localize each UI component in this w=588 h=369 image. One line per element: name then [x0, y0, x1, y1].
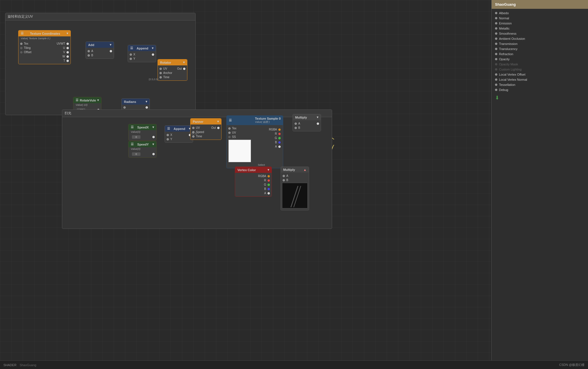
texture-sample-header: ☰ Texture Sample 0 Value( 贴图 ) [227, 116, 283, 125]
vertex-color-header: Vertex Color▾ [235, 167, 272, 173]
prop-ambient-occlusion[interactable]: Ambient Occlusion [492, 36, 588, 41]
top-panel: 旋转和自定义UV ☰ Texture Coordinates ▾ Value( … [5, 13, 196, 115]
prop-local-vertex-normal[interactable]: Local Vertex Normal [492, 77, 588, 82]
rotator-default-label: (0.5,0.5) [149, 78, 158, 81]
bottom-bar: SHADER ShaoGuang CSDN @极度幻楼 [0, 360, 588, 369]
bottom-panel-title: 扫光 [62, 110, 332, 117]
prop-emission[interactable]: Emission [492, 21, 588, 26]
add-header: Add▾ [86, 42, 114, 48]
multiply-top-node[interactable]: Multiply▾ A B [293, 114, 321, 131]
bottom-bar-right: CSDN @极度幻楼 [559, 363, 585, 367]
append-bottom-node[interactable]: ☰Append▾ X Y [165, 125, 193, 143]
multiply-preview [282, 183, 308, 208]
radians-header: Radians▾ [122, 99, 150, 105]
texture-coordinates-header: ☰ Texture Coordinates ▾ [18, 30, 71, 36]
rotator-node[interactable]: Rotator▾ UVOut Anchor Time [158, 59, 187, 81]
texture-sample-node[interactable]: ☰ Texture Sample 0 Value( 贴图 ) Tex UV SS… [226, 115, 283, 168]
texture-preview [228, 140, 251, 162]
prop-albedo[interactable]: Albedo [492, 11, 588, 16]
bottom-bar-shader-name: ShaoGuang [20, 363, 36, 367]
prop-translucency[interactable]: Translucency [492, 46, 588, 51]
prop-custom-lighting[interactable]: Custom Lighting [492, 67, 588, 72]
radians-node[interactable]: Radians▾ [121, 98, 150, 111]
bottom-bar-left: SHADER [3, 363, 16, 367]
speed-x-node[interactable]: ☰SpeedX▾ Value(0) 0 [128, 124, 157, 141]
prop-transmission[interactable]: Transmission [492, 41, 588, 46]
top-panel-title: 旋转和自定义UV [5, 13, 195, 20]
bottom-panel: 扫光 ☰SpeedX▾ Value(0) 0 ☰SpeedY▾ Value(0)… [62, 109, 332, 229]
rotator-header: Rotator▾ [158, 59, 187, 65]
prop-opacity-mask[interactable]: Opacity Mask [492, 62, 588, 67]
multiply-bottom-node[interactable]: Multiply▲ A B [281, 167, 309, 210]
add-node[interactable]: Add▾ A B [86, 42, 114, 59]
panner-node[interactable]: Panner▾ UVOut Speed Time [190, 118, 221, 140]
rotate-vule-header: ☰RotateVule▾ [73, 97, 101, 103]
speed-y-node[interactable]: ☰SpeedY▾ Value(0) 0 [128, 141, 157, 158]
prop-normal[interactable]: Normal [492, 16, 588, 21]
material-properties: Albedo Normal Emission Metallic Smoothne… [492, 9, 588, 105]
multiply-top-header: Multiply▾ [293, 114, 321, 120]
prop-metallic[interactable]: Metallic [492, 26, 588, 31]
download-icon[interactable]: ⬇ [495, 95, 499, 101]
speed-x-header: ☰SpeedX▾ [129, 124, 156, 130]
panner-header: Panner▾ [191, 119, 221, 125]
material-panel: ShaoGuang Albedo Normal Emission Metalli… [491, 0, 588, 369]
multiply-bottom-header: Multiply▲ [281, 167, 309, 173]
prop-smoothness[interactable]: Smoothness [492, 31, 588, 36]
append-top-header: ☰Append▾ [128, 45, 156, 51]
append-bottom-header: ☰Append▾ [165, 126, 193, 132]
panner-label: (1,1) [192, 132, 197, 135]
append-top-node[interactable]: ☰Append▾ X Y [128, 45, 156, 62]
prop-opacity[interactable]: Opacity [492, 57, 588, 62]
material-header: ShaoGuang [492, 0, 588, 9]
prop-debug[interactable]: Debug [492, 87, 588, 92]
vertex-color-node[interactable]: Vertex Color▾ RGBA R G B A [235, 167, 272, 197]
texture-coordinates-node[interactable]: ☰ Texture Coordinates ▾ Value( Texture S… [18, 30, 71, 64]
prop-refraction[interactable]: Refraction [492, 51, 588, 57]
prop-local-vertex-offset[interactable]: Local Vertex Offset [492, 72, 588, 77]
speed-y-header: ☰SpeedY▾ [129, 141, 156, 147]
prop-tessellation[interactable]: Tessellation [492, 82, 588, 87]
